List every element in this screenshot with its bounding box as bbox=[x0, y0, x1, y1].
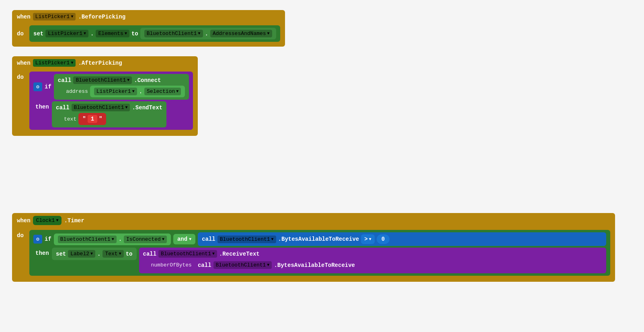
source-block-1[interactable]: BluetoothClient1 ▼ . AddressesAndNames ▼ bbox=[140, 28, 276, 39]
if-label-3: if bbox=[45, 236, 51, 242]
string-open: " bbox=[82, 116, 86, 122]
address-label: address bbox=[66, 88, 88, 94]
event-block-1: when ListPicker1 ▼ .BeforePicking do set… bbox=[12, 10, 285, 47]
then-label-3: then bbox=[35, 248, 49, 256]
dot-sep-sel: . bbox=[139, 88, 142, 95]
block2-bottom-padding bbox=[12, 132, 198, 136]
if-header-2: ⚙ if call BluetoothClient1 ▼ .Connect bbox=[33, 74, 189, 100]
and-block[interactable]: and ▼ bbox=[173, 234, 195, 244]
bt3-badge[interactable]: BluetoothClient1 ▼ bbox=[58, 236, 117, 243]
bytes-compare-block[interactable]: call BluetoothClient1 ▼ .BytesAvailableT… bbox=[198, 232, 606, 246]
event-label-2: .AfterPicking bbox=[78, 60, 122, 66]
block3-bottom-padding bbox=[12, 278, 615, 282]
text-row: text " 1 " bbox=[56, 113, 162, 125]
isconnected-block[interactable]: BluetoothClient1 ▼ . IsConnected ▼ bbox=[54, 234, 171, 245]
sendtext-row: call BluetoothClient1 ▼ .SendText bbox=[56, 104, 162, 111]
call-label-2: call bbox=[58, 77, 72, 84]
bytes-inner-block[interactable]: call BluetoothClient1 ▼ .BytesAvailableT… bbox=[194, 259, 359, 271]
hat-row-3: when Clock1 ▼ .Timer bbox=[12, 213, 615, 228]
event-block-3: when Clock1 ▼ .Timer do ⚙ if bbox=[12, 213, 615, 282]
listpicker1-badge-1[interactable]: ListPicker1 ▼ bbox=[33, 13, 76, 20]
do-row-2: do ⚙ if call BluetoothClient1 bbox=[12, 70, 198, 132]
set-label-1: set bbox=[33, 31, 43, 37]
address-row: address ListPicker1 ▼ . Selecti bbox=[58, 86, 185, 97]
if-block-3: ⚙ if BluetoothClient1 ▼ . IsConnected ▼ bbox=[29, 230, 610, 276]
call3-label: call bbox=[202, 236, 215, 242]
bt6-badge[interactable]: BluetoothClient1 ▼ bbox=[213, 261, 272, 269]
call4-label: call bbox=[143, 251, 157, 257]
if-block-2: ⚙ if call BluetoothClient1 ▼ .Connect bbox=[29, 72, 193, 130]
then-label-2: then bbox=[35, 101, 49, 110]
if-label-2: if bbox=[45, 84, 51, 90]
dot-sep-4: . bbox=[97, 251, 100, 257]
clock1-badge[interactable]: Clock1 ▼ bbox=[33, 216, 62, 225]
lp-badge-selection[interactable]: ListPicker1 ▼ bbox=[94, 88, 137, 95]
dot-sep-1: . bbox=[90, 31, 94, 37]
selection-badge[interactable]: Selection ▼ bbox=[144, 88, 181, 95]
num-bytes-label: numberOfBytes bbox=[151, 262, 192, 268]
bt2-badge[interactable]: BluetoothClient1 ▼ bbox=[72, 104, 130, 111]
set-label-3: set bbox=[56, 251, 66, 257]
dot-sep-3: . bbox=[119, 236, 122, 242]
call-sendtext-block[interactable]: call BluetoothClient1 ▼ .SendText text bbox=[52, 101, 166, 127]
string-close: " bbox=[99, 116, 102, 122]
call-connect-row: call BluetoothClient1 ▼ .Connect bbox=[58, 76, 185, 84]
dot-sep-2: . bbox=[205, 31, 208, 37]
hat-row-1: when ListPicker1 ▼ .BeforePicking bbox=[12, 10, 285, 23]
receive-text-block[interactable]: call BluetoothClient1 ▼ .ReceiveText num… bbox=[139, 248, 607, 273]
text-prop-badge[interactable]: Text ▼ bbox=[103, 250, 123, 258]
zero-block: 0 bbox=[377, 234, 390, 244]
set-component-badge-1[interactable]: ListPicker1 ▼ bbox=[45, 30, 88, 37]
selection-block[interactable]: ListPicker1 ▼ . Selection ▼ bbox=[90, 86, 185, 97]
set-label2-block[interactable]: set Label2 ▼ . Text ▼ to bbox=[52, 248, 137, 260]
listpicker1-badge-2[interactable]: ListPicker1 ▼ bbox=[33, 59, 76, 67]
string-block-1[interactable]: " 1 " bbox=[78, 113, 106, 125]
event-label-1: .BeforePicking bbox=[78, 14, 125, 20]
do-row-1: do set ListPicker1 ▼ . Elements ▼ to bbox=[12, 23, 285, 47]
event-block-2: when ListPicker1 ▼ .AfterPicking do ⚙ if bbox=[12, 56, 198, 136]
to-label-3: to bbox=[126, 251, 133, 257]
operator-block-gt[interactable]: > ▼ bbox=[361, 234, 374, 244]
when-label-1: when bbox=[17, 14, 31, 20]
gear-icon-3[interactable]: ⚙ bbox=[33, 235, 42, 244]
string-value-1: 1 bbox=[88, 115, 97, 123]
dropdown-arrow-1: ▼ bbox=[71, 14, 73, 19]
label2-badge[interactable]: Label2 ▼ bbox=[68, 250, 95, 258]
receive-method: .ReceiveText bbox=[219, 251, 260, 257]
num-bytes-row: numberOfBytes call BluetoothClient1 ▼ .B… bbox=[143, 259, 603, 271]
and-label: and bbox=[177, 236, 187, 242]
when-label-3: when bbox=[17, 217, 31, 224]
connect-method: .Connect bbox=[134, 77, 161, 84]
receivetext-row: call BluetoothClient1 ▼ .ReceiveText bbox=[143, 250, 603, 258]
do-row-3: do ⚙ if BluetoothClient1 ▼ . bbox=[12, 228, 615, 278]
call5-label: call bbox=[198, 262, 211, 268]
gear-icon-2[interactable]: ⚙ bbox=[33, 82, 42, 91]
dropdown-arrow-2: ▼ bbox=[71, 61, 73, 65]
and-dropdown[interactable]: ▼ bbox=[189, 237, 191, 242]
source-component-badge-1[interactable]: BluetoothClient1 ▼ bbox=[144, 30, 203, 37]
bytes-method: .BytesAvailableToReceive bbox=[278, 236, 359, 242]
do-label-1: do bbox=[17, 31, 27, 37]
then-row-2: then call BluetoothClient1 ▼ .SendText bbox=[33, 101, 189, 127]
set-block-1[interactable]: set ListPicker1 ▼ . Elements ▼ to Bluet bbox=[29, 25, 280, 42]
call2-label: call bbox=[56, 105, 70, 111]
do-label-2: do bbox=[17, 72, 27, 80]
source-property-badge-1[interactable]: AddressesAndNames ▼ bbox=[210, 30, 272, 37]
isconnected-badge[interactable]: IsConnected ▼ bbox=[124, 236, 167, 243]
bt5-badge[interactable]: BluetoothClient1 ▼ bbox=[158, 250, 217, 258]
when-label-2: when bbox=[17, 60, 31, 66]
send-method: .SendText bbox=[132, 105, 162, 111]
bt4-badge[interactable]: BluetoothClient1 ▼ bbox=[217, 236, 276, 243]
bt-badge-2[interactable]: BluetoothClient1 ▼ bbox=[73, 76, 132, 84]
bytes-method2: .BytesAvailableToReceive bbox=[274, 262, 355, 268]
event-label-3: .Timer bbox=[64, 217, 84, 224]
operator-dropdown[interactable]: ▼ bbox=[369, 237, 371, 242]
do-label-3: do bbox=[17, 230, 27, 239]
if-header-3: ⚙ if BluetoothClient1 ▼ . IsConnected ▼ bbox=[33, 232, 606, 246]
hat-row-2: when ListPicker1 ▼ .AfterPicking bbox=[12, 56, 198, 70]
blocks-canvas: when ListPicker1 ▼ .BeforePicking do set… bbox=[8, 8, 635, 324]
text-label: text bbox=[64, 116, 76, 122]
property-badge-1[interactable]: Elements ▼ bbox=[96, 30, 129, 37]
call-connect-block[interactable]: call BluetoothClient1 ▼ .Connect address bbox=[54, 74, 189, 100]
to-label-1: to bbox=[131, 31, 138, 37]
